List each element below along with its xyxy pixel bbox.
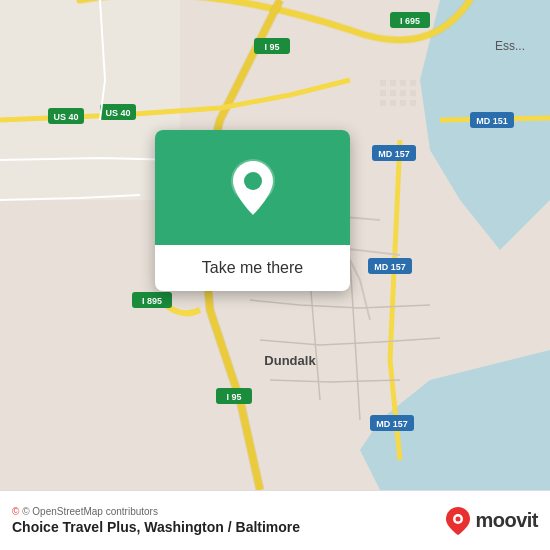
- popup-card: Take me there: [155, 130, 350, 291]
- svg-rect-5: [390, 80, 396, 86]
- svg-rect-15: [410, 100, 416, 106]
- svg-rect-11: [410, 90, 416, 96]
- svg-text:MD 157: MD 157: [374, 262, 406, 272]
- bottom-left: © © OpenStreetMap contributors Choice Tr…: [12, 506, 300, 535]
- popup-green-area: [155, 130, 350, 245]
- svg-text:US 40: US 40: [53, 112, 78, 122]
- svg-text:MD 157: MD 157: [378, 149, 410, 159]
- svg-text:I 695: I 695: [400, 16, 420, 26]
- svg-rect-13: [390, 100, 396, 106]
- location-name: Choice Travel Plus, Washington / Baltimo…: [12, 519, 300, 535]
- svg-rect-7: [410, 80, 416, 86]
- svg-point-44: [456, 516, 461, 521]
- svg-text:MD 151: MD 151: [476, 116, 508, 126]
- svg-text:Dundalk: Dundalk: [264, 353, 316, 368]
- take-me-there-button[interactable]: Take me there: [167, 255, 338, 281]
- osm-credit-text: © OpenStreetMap contributors: [22, 506, 158, 517]
- moovit-pin-icon: [445, 506, 471, 536]
- svg-text:MD 157: MD 157: [376, 419, 408, 429]
- svg-text:I 95: I 95: [264, 42, 279, 52]
- svg-rect-9: [390, 90, 396, 96]
- popup-button-area: Take me there: [155, 245, 350, 291]
- svg-rect-3: [0, 0, 180, 200]
- bottom-bar: © © OpenStreetMap contributors Choice Tr…: [0, 490, 550, 550]
- svg-rect-6: [400, 80, 406, 86]
- svg-rect-8: [380, 90, 386, 96]
- map-container: I 695 I 95 I 95 I 95 I 895 US 40 US 40 M…: [0, 0, 550, 490]
- moovit-text: moovit: [475, 509, 538, 532]
- svg-text:Ess...: Ess...: [495, 39, 525, 53]
- svg-text:I 895: I 895: [142, 296, 162, 306]
- location-pin-icon: [227, 157, 279, 219]
- svg-text:US 40: US 40: [105, 108, 130, 118]
- svg-rect-14: [400, 100, 406, 106]
- svg-point-42: [244, 172, 262, 190]
- svg-rect-4: [380, 80, 386, 86]
- svg-rect-10: [400, 90, 406, 96]
- svg-rect-12: [380, 100, 386, 106]
- moovit-logo: moovit: [445, 506, 538, 536]
- svg-text:I 95: I 95: [226, 392, 241, 402]
- osm-credit: © © OpenStreetMap contributors: [12, 506, 300, 517]
